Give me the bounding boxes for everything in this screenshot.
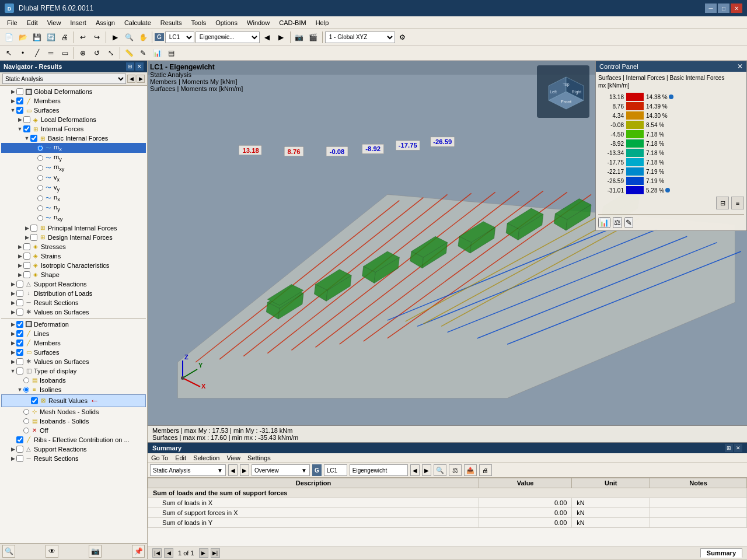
cp-edit-btn[interactable]: ✎: [624, 217, 633, 228]
radio-off[interactable]: [23, 428, 29, 433]
cb-design-if[interactable]: [30, 234, 37, 241]
tree-support-reactions2[interactable]: ▶ △ Support Reactions: [1, 444, 146, 454]
radio-isolines[interactable]: [23, 387, 29, 393]
tree-global-deformations[interactable]: ▶ 🔲 Global Deformations: [1, 87, 146, 96]
summary-edit[interactable]: Edit: [175, 454, 186, 461]
radio-my[interactable]: [37, 155, 43, 161]
tree-type-of-display[interactable]: ▼ ◫ Type of display: [1, 366, 146, 376]
cb-ribs[interactable]: [16, 436, 23, 443]
tree-off[interactable]: ✕ Off: [1, 426, 146, 435]
summary-export-btn[interactable]: 📤: [464, 464, 477, 476]
tree-values-on-surfaces2[interactable]: ▶ ✱ Values on Surfaces: [1, 357, 146, 366]
cp-list-btn[interactable]: ≡: [731, 197, 744, 209]
cb-members[interactable]: [16, 97, 23, 104]
menu-cadbim[interactable]: CAD-BIM: [274, 18, 310, 27]
tb-annotate[interactable]: ✎: [137, 47, 149, 60]
summary-settings[interactable]: Settings: [247, 454, 271, 461]
cb-surfaces[interactable]: [16, 107, 23, 114]
tree-principal-if[interactable]: ▶ ⊞ Principal Internal Forces: [1, 223, 146, 233]
tb-table[interactable]: ▤: [165, 47, 177, 60]
cb-deformation[interactable]: [16, 321, 23, 328]
cb-surfaces2[interactable]: [16, 349, 23, 356]
summary-search-btn[interactable]: 🔍: [434, 464, 446, 476]
cb-basic-internal-forces[interactable]: [30, 135, 37, 142]
tree-my[interactable]: 〜 my: [1, 153, 146, 163]
radio-isobands-solids[interactable]: [23, 418, 29, 424]
tree-isobands[interactable]: ▤ Isobands: [1, 376, 146, 385]
minimize-button[interactable]: ─: [705, 4, 717, 13]
lc-desc-selector[interactable]: Eigengewic...: [196, 32, 260, 43]
tb-zoom[interactable]: 🔍: [123, 31, 135, 44]
tree-members2[interactable]: ▶ ╱ Members: [1, 338, 146, 348]
tree-stresses[interactable]: ▶ ◈ Stresses: [1, 242, 146, 251]
tree-surfaces[interactable]: ▼ ▭ Surfaces: [1, 106, 146, 115]
tree-deformation[interactable]: ▶ 🔲 Deformation: [1, 320, 146, 329]
nav-scroll-up[interactable]: ◀: [127, 75, 135, 83]
tb-measure[interactable]: 📏: [123, 47, 135, 60]
tree-vy[interactable]: 〜 vy: [1, 183, 146, 193]
tb-redo[interactable]: ↪: [90, 31, 103, 44]
tb-undo[interactable]: ↩: [76, 31, 89, 44]
tb-select[interactable]: ▶: [109, 31, 121, 44]
tb-line[interactable]: ╱: [30, 47, 43, 60]
summary-tab[interactable]: Summary: [700, 548, 742, 558]
radio-mesh-nodes[interactable]: [23, 409, 29, 415]
tb-print[interactable]: 🖨: [58, 31, 71, 44]
tree-shape[interactable]: ▶ ◈ Shape: [1, 270, 146, 279]
menu-calculate[interactable]: Calculate: [120, 18, 156, 27]
navigator-restore-btn[interactable]: ⊞: [126, 62, 134, 71]
cb-members2[interactable]: [16, 340, 23, 346]
tree-isotropic[interactable]: ▶ ◈ Isotropic Characteristics: [1, 261, 146, 270]
cb-principal-if[interactable]: [30, 225, 37, 232]
tb-save[interactable]: 💾: [30, 31, 43, 44]
maximize-button[interactable]: □: [718, 4, 729, 13]
tree-support-reactions[interactable]: ▶ △ Support Reactions: [1, 279, 146, 289]
tree-basic-internal-forces[interactable]: ▼ ⊞ Basic Internal Forces: [1, 134, 146, 143]
orientation-cube[interactable]: Front Left Right Top: [537, 65, 589, 118]
radio-ny[interactable]: [37, 205, 43, 211]
tree-values-on-surfaces[interactable]: ▶ ✱ Values on Surfaces: [1, 307, 146, 317]
summary-nav-next[interactable]: ▶: [240, 464, 249, 476]
cb-distribution-loads[interactable]: [16, 290, 23, 297]
tb-move[interactable]: ⊕: [76, 47, 89, 60]
summary-selection[interactable]: Selection: [193, 454, 219, 461]
tb-rotate[interactable]: ↺: [90, 47, 103, 60]
summary-lc-prev[interactable]: ◀: [410, 464, 420, 476]
tb-refresh[interactable]: 🔄: [44, 31, 57, 44]
summary-restore-btn[interactable]: ⊞: [725, 444, 733, 452]
tree-surfaces2[interactable]: ▶ ▭ Surfaces: [1, 348, 146, 357]
tree-mesh-nodes-solids[interactable]: ⊹ Mesh Nodes - Solids: [1, 407, 146, 416]
tb-node[interactable]: •: [16, 47, 29, 60]
page-first-btn[interactable]: |◀: [152, 548, 162, 558]
tree-isobands-solids[interactable]: ▤ Isobands - Solids: [1, 416, 146, 426]
summary-lc-next[interactable]: ▶: [422, 464, 431, 476]
tb-cursor[interactable]: ↖: [2, 47, 15, 60]
cb-isotropic[interactable]: [23, 262, 30, 269]
nav-scroll-down[interactable]: ▶: [137, 75, 145, 83]
summary-print-btn[interactable]: 🖨: [479, 464, 492, 476]
menu-file[interactable]: File: [2, 18, 22, 27]
viewport[interactable]: LC1 - Eigengewicht Static Analysis Membe…: [148, 61, 747, 442]
tb-lc-prev[interactable]: ◀: [261, 31, 274, 44]
close-button[interactable]: ✕: [731, 4, 742, 13]
nav-bottom-eye[interactable]: 👁: [46, 545, 58, 558]
tree-nx[interactable]: 〜 nx: [1, 193, 146, 203]
summary-table-container[interactable]: Description Value Unit Notes Sum of load…: [148, 478, 747, 547]
tree-isolines[interactable]: ▼ ≡ Isolines: [1, 385, 146, 394]
summary-lc-name[interactable]: LC1: [324, 464, 347, 476]
menu-insert[interactable]: Insert: [65, 18, 91, 27]
cb-support-reactions[interactable]: [16, 281, 23, 288]
tree-lines[interactable]: ▶ ╱ Lines: [1, 329, 146, 338]
radio-vx[interactable]: [37, 175, 43, 181]
analysis-type-selector[interactable]: Static Analysis: [2, 74, 126, 84]
tb-surface[interactable]: ▭: [58, 47, 71, 60]
radio-vy[interactable]: [37, 185, 43, 191]
tree-result-sections[interactable]: ▶ ─ Result Sections: [1, 298, 146, 307]
radio-mxy[interactable]: [37, 165, 43, 171]
tree-strains[interactable]: ▶ ◈ Strains: [1, 251, 146, 261]
tb-settings[interactable]: ⚙: [396, 31, 409, 44]
page-prev-btn[interactable]: ◀: [164, 548, 173, 558]
radio-nxy[interactable]: [37, 215, 43, 221]
cb-type-of-display[interactable]: [16, 368, 23, 374]
tree-result-values[interactable]: ⊠ Result Values ←: [1, 394, 146, 407]
